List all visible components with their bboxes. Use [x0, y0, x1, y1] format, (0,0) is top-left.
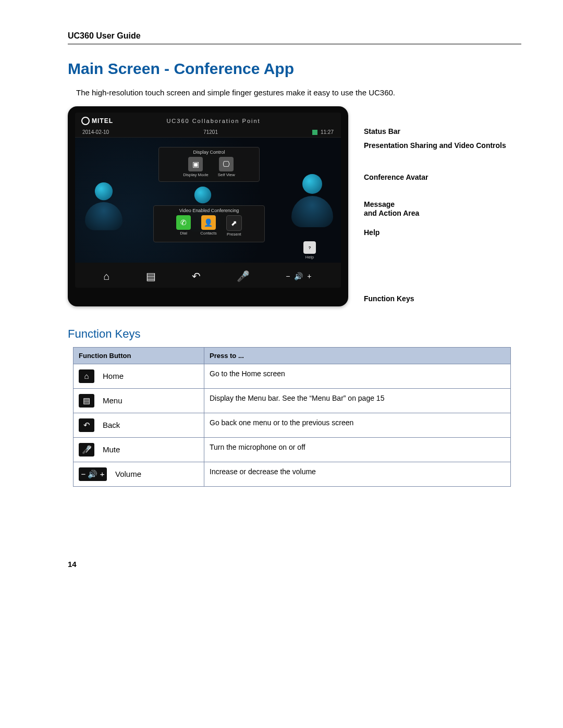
menu-icon: ▤ [79, 394, 94, 408]
table-header-press: Press to ... [204, 347, 511, 364]
function-label: Menu [103, 396, 123, 405]
function-description: Go back one menu or to the previous scre… [204, 413, 511, 437]
table-row: ⌂HomeGo to the Home screen [74, 364, 511, 388]
phone-icon: ✆ [176, 215, 191, 230]
doc-header: UC360 User Guide [68, 31, 521, 44]
present-button[interactable]: ⬈ Present [226, 215, 242, 237]
function-keys-table: Function Button Press to ... ⌂HomeGo to … [73, 347, 511, 487]
menu-key[interactable]: ▤ [146, 270, 156, 282]
function-description: Increase or decrease the volume [204, 462, 511, 486]
table-row: − 🔊 +VolumeIncrease or decrease the volu… [74, 462, 511, 486]
status-bar: 2014-02-10 71201 11:27 [75, 127, 341, 138]
conference-avatar [289, 174, 336, 237]
monitor-icon: ▣ [188, 157, 203, 171]
back-icon: ↶ [79, 418, 94, 432]
question-icon: ? [303, 241, 316, 254]
function-description: Turn the microphone on or off [204, 437, 511, 462]
screen-body: Display Control ▣ Display Mode 🖵 Self Vi… [75, 138, 341, 263]
video-conf-label: Video Enabled Conferencing [157, 208, 261, 213]
display-mode-button[interactable]: ▣ Display Mode [183, 157, 208, 177]
function-key-row: ⌂ ▤ ↶ 🎤 − 🔊 + [75, 263, 341, 288]
function-label: Mute [103, 445, 120, 454]
table-row: 🎤̸MuteTurn the microphone on or off [74, 437, 511, 462]
brand-logo: MITEL [81, 117, 113, 125]
function-label: Volume [115, 470, 141, 478]
present-icon: ⬈ [226, 215, 242, 231]
section-heading: Function Keys [68, 327, 521, 341]
callout-presentation: Presentation Sharing and Video Controls [364, 141, 506, 150]
mute-key[interactable]: 🎤 [237, 270, 250, 282]
display-control-panel: Display Control ▣ Display Mode 🖵 Self Vi… [158, 147, 260, 182]
home-key[interactable]: ⌂ [104, 270, 110, 282]
contacts-icon: 👤 [201, 215, 216, 230]
callout-help: Help [364, 228, 506, 237]
page-title: Main Screen - Conference App [68, 60, 521, 78]
help-button[interactable]: ? Help [303, 241, 316, 260]
function-description: Go to the Home screen [204, 364, 511, 388]
status-date: 2014-02-10 [82, 129, 109, 135]
display-control-label: Display Control [162, 150, 256, 155]
back-key[interactable]: ↶ [192, 270, 201, 282]
table-row: ↶BackGo back one menu or to the previous… [74, 413, 511, 437]
home-icon: ⌂ [79, 369, 94, 383]
status-extension: 71201 [203, 129, 218, 135]
function-description: Display the Menu bar. See the “Menu Bar”… [204, 388, 511, 413]
function-label: Home [103, 372, 124, 380]
table-row: ▤MenuDisplay the Menu bar. See the “Menu… [74, 388, 511, 413]
intro-text: The high-resolution touch screen and sim… [76, 88, 521, 97]
self-view-icon: 🖵 [219, 157, 234, 171]
volume-key[interactable]: − 🔊 + [286, 272, 312, 280]
device-frame: MITEL UC360 Collaboration Point 2014-02-… [68, 106, 348, 306]
contacts-button[interactable]: 👤 Contacts [200, 215, 217, 237]
function-label: Back [103, 421, 120, 429]
table-header-function: Function Button [74, 347, 204, 364]
volume-icon: − 🔊 + [79, 467, 107, 481]
presence-icon [312, 130, 317, 135]
callout-status-bar: Status Bar [364, 127, 506, 136]
mitel-logo-icon [81, 117, 90, 125]
conference-avatar [83, 182, 125, 239]
callout-function-keys: Function Keys [364, 294, 506, 303]
callout-avatar: Conference Avatar [364, 173, 506, 182]
callout-labels: Status Bar Presentation Sharing and Vide… [364, 106, 506, 306]
self-view-button[interactable]: 🖵 Self View [218, 157, 235, 177]
collab-title: UC360 Collaboration Point [113, 118, 314, 124]
page-number: 14 [68, 560, 521, 569]
mute-icon: 🎤̸ [79, 443, 94, 456]
dial-button[interactable]: ✆ Dial [176, 215, 191, 237]
status-time: 11:27 [321, 129, 334, 135]
video-conf-panel: Video Enabled Conferencing ✆ Dial 👤 Cont… [153, 205, 265, 242]
callout-message: Message and Action Area [364, 200, 506, 218]
